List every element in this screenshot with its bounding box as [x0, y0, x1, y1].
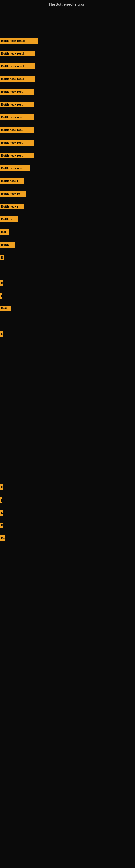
bar-label: Bottleneck resu	[0, 140, 34, 146]
site-title: TheBottlenecker.com	[0, 0, 135, 8]
bar-label: Bottleneck resu	[0, 102, 34, 107]
bar-label: |	[0, 293, 2, 299]
bar-label: Bottleneck r	[0, 178, 24, 184]
bar-label: Bottleneck result	[0, 38, 38, 44]
bar-row: B	[0, 280, 3, 286]
bar-label: Bottleneck resu	[0, 89, 34, 95]
bar-label: B	[0, 280, 3, 286]
bar-row: Bottleneck re	[0, 191, 26, 197]
bar-row: B	[0, 255, 4, 260]
bar-row: Bottleneck r	[0, 178, 24, 184]
bar-label: Bottleneck re	[0, 191, 26, 197]
bar-label: Bottle	[0, 242, 15, 248]
bar-row: Bottleneck resu	[0, 89, 34, 95]
bar-label: Bottleneck resul	[0, 63, 35, 69]
bar-row: Bottleneck resu	[0, 115, 34, 120]
bar-label: Bottleneck resul	[0, 51, 35, 56]
bar-row: Bottlene	[0, 216, 18, 222]
bar-row: Bottleneck resu	[0, 140, 34, 146]
bar-row: |	[0, 497, 2, 503]
bar-row: E	[0, 485, 3, 490]
bar-label: Bottleneck resul	[0, 76, 35, 82]
bar-row: Bottleneck res	[0, 165, 30, 171]
bar-label: E	[0, 510, 3, 516]
bar-row: Bottleneck resul	[0, 63, 35, 69]
bar-row: E	[0, 331, 3, 337]
bar-label: Bott	[0, 306, 11, 311]
bar-label: Bot	[0, 229, 9, 235]
bar-label: Bottleneck resu	[0, 153, 34, 158]
bar-label: E	[0, 331, 3, 337]
bar-label: Bottleneck res	[0, 165, 30, 171]
bar-row: |	[0, 293, 2, 299]
bar-row: Bott	[0, 306, 11, 311]
bar-row: E	[0, 510, 3, 516]
bar-row: Bottle	[0, 242, 15, 248]
bar-label: Bottleneck resu	[0, 115, 34, 120]
bar-row: Bottleneck resul	[0, 51, 35, 56]
bar-label: |	[0, 497, 2, 503]
bar-label: B	[0, 255, 4, 260]
bar-row: Bottleneck resu	[0, 127, 34, 133]
bar-label: B	[0, 523, 3, 528]
bar-label: Bottleneck resu	[0, 127, 34, 133]
bar-row: Bo	[0, 535, 5, 541]
bar-row: Bottleneck resu	[0, 153, 34, 158]
bar-row: Bottleneck resu	[0, 102, 34, 107]
bar-row: Bot	[0, 229, 9, 235]
bar-label: Bottleneck r	[0, 204, 24, 209]
bar-label: E	[0, 485, 3, 490]
bar-row: B	[0, 523, 3, 528]
bar-label: Bottlene	[0, 216, 18, 222]
bar-label: Bo	[0, 535, 5, 541]
bar-row: Bottleneck result	[0, 38, 38, 44]
bar-row: Bottleneck r	[0, 204, 24, 209]
bar-row: Bottleneck resul	[0, 76, 35, 82]
